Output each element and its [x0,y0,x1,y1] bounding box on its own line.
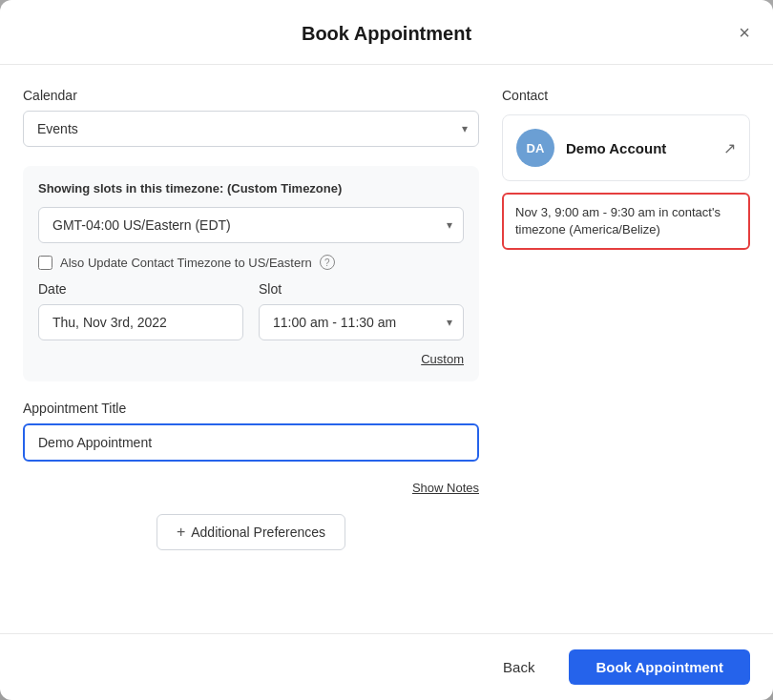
custom-link-button[interactable]: Custom [421,352,464,366]
date-input[interactable] [38,304,243,340]
contact-avatar: DA [516,129,554,167]
appointment-title-field-group: Appointment Title [23,401,479,462]
additional-prefs-row: + Additional Preferences [23,514,479,550]
slot-select[interactable]: 11:00 am - 11:30 am [259,304,464,340]
timezone-select[interactable]: GMT-04:00 US/Eastern (EDT) [38,207,464,243]
custom-link-row: Custom [38,352,464,366]
also-update-checkbox[interactable] [38,256,52,270]
slot-label: Slot [259,281,464,297]
slot-select-wrapper: 11:00 am - 11:30 am ▾ [259,304,464,340]
show-notes-row: Show Notes [23,481,479,495]
date-label: Date [38,281,243,297]
additional-prefs-label: Additional Preferences [191,525,325,540]
modal-overlay: Book Appointment × Calendar Events ▾ [0,0,773,700]
external-link-icon[interactable]: ↗ [723,139,736,157]
contact-label: Contact [502,88,750,103]
additional-preferences-button[interactable]: + Additional Preferences [157,514,345,550]
book-appointment-modal: Book Appointment × Calendar Events ▾ [0,0,773,700]
contact-name: Demo Account [566,140,712,156]
book-appointment-button[interactable]: Book Appointment [569,649,750,685]
calendar-field-group: Calendar Events ▾ [23,88,479,147]
modal-title: Book Appointment [302,23,471,45]
date-field-group: Date [38,281,243,340]
show-notes-button[interactable]: Show Notes [412,481,479,495]
modal-header: Book Appointment × [0,0,773,65]
also-update-label: Also Update Contact Timezone to US/Easte… [60,256,312,270]
back-button[interactable]: Back [480,649,557,685]
slot-field-group: Slot 11:00 am - 11:30 am ▾ [259,281,464,340]
appointment-title-input[interactable] [23,423,479,462]
timezone-select-wrapper: GMT-04:00 US/Eastern (EDT) ▾ [38,207,464,243]
calendar-select[interactable]: Events [23,111,479,147]
left-panel: Calendar Events ▾ Showing slots in this … [23,88,479,610]
timezone-showing-label: Showing slots in this timezone: (Custom … [38,181,464,196]
plus-icon: + [177,524,185,541]
calendar-select-wrapper: Events ▾ [23,111,479,147]
also-update-row: Also Update Contact Timezone to US/Easte… [38,255,464,270]
modal-footer: Back Book Appointment [0,633,773,700]
timezone-section: Showing slots in this timezone: (Custom … [23,166,479,381]
calendar-label: Calendar [23,88,479,103]
contact-card: DA Demo Account ↗ [502,114,750,181]
help-icon[interactable]: ? [320,255,335,270]
appointment-title-label: Appointment Title [23,401,479,416]
close-button[interactable]: × [735,19,754,46]
right-panel: Contact DA Demo Account ↗ Nov 3, 9:00 am… [502,88,750,610]
date-slot-row: Date Slot 11:00 am - 11:30 am ▾ [38,281,464,340]
contact-timezone-info-box: Nov 3, 9:00 am - 9:30 am in contact's ti… [502,193,750,250]
modal-body: Calendar Events ▾ Showing slots in this … [0,65,773,633]
